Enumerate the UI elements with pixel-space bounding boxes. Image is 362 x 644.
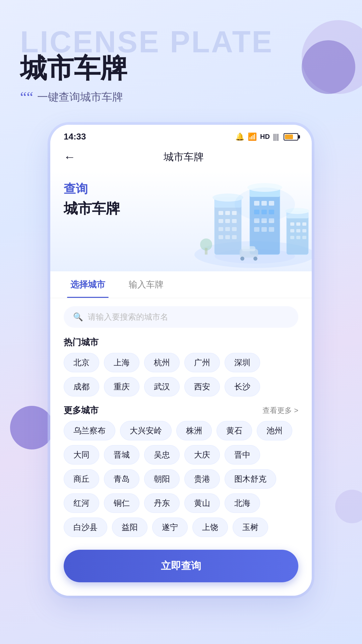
tabs-container: 选择城市 输入车牌 xyxy=(50,271,312,298)
more-city-tag[interactable]: 红河 xyxy=(64,493,99,513)
back-button[interactable]: ← xyxy=(64,150,76,164)
hot-city-tag[interactable]: 西安 xyxy=(184,377,220,396)
more-cities-header: 更多城市 查看更多 > xyxy=(50,401,312,421)
more-cities-link[interactable]: 查看更多 > xyxy=(262,406,298,416)
more-city-tag[interactable]: 遂宁 xyxy=(152,518,188,537)
more-cities-grid: 乌兰察布大兴安岭株洲黄石池州大同晋城吴忠大庆晋中商丘青岛朝阳贵港图木舒克红河铜仁… xyxy=(50,421,312,542)
svg-rect-45 xyxy=(242,246,255,251)
search-bar[interactable]: 🔍 请输入要搜索的城市名 xyxy=(64,306,298,328)
status-time: 14:33 xyxy=(64,131,86,142)
more-cities-title: 更多城市 xyxy=(64,405,99,416)
more-city-tag[interactable]: 黄山 xyxy=(184,493,220,513)
more-city-tag[interactable]: 乌兰察布 xyxy=(64,421,115,440)
phone-mockup: 14:33 🔔 📶 HD ||| ← 城市车牌 查询 城市车牌 xyxy=(50,125,312,596)
svg-rect-8 xyxy=(225,219,230,223)
status-bar: 14:33 🔔 📶 HD ||| xyxy=(50,125,312,145)
more-city-tag[interactable]: 株洲 xyxy=(176,421,212,440)
page-title: 城市车牌 xyxy=(20,54,342,83)
svg-rect-4 xyxy=(219,211,223,215)
status-icons: 🔔 📶 HD ||| xyxy=(235,132,298,141)
page-header: 城市车牌 ““ 一键查询城市车牌 xyxy=(0,0,362,105)
more-city-tag[interactable]: 大庆 xyxy=(184,445,220,465)
nav-bar: ← 城市车牌 xyxy=(50,145,312,171)
more-city-tag[interactable]: 黄石 xyxy=(217,421,252,440)
more-city-tag[interactable]: 白沙县 xyxy=(64,518,107,537)
hot-city-tag[interactable]: 广州 xyxy=(184,353,220,372)
hot-city-tag[interactable]: 武汉 xyxy=(144,377,180,396)
svg-rect-13 xyxy=(219,235,223,239)
svg-rect-15 xyxy=(232,235,237,239)
hot-city-tag[interactable]: 北京 xyxy=(64,353,99,372)
svg-rect-36 xyxy=(302,222,306,226)
svg-rect-34 xyxy=(290,222,294,226)
more-city-tag[interactable]: 商丘 xyxy=(64,469,99,489)
svg-rect-14 xyxy=(225,235,230,239)
svg-rect-39 xyxy=(302,229,306,232)
more-city-tag[interactable]: 大兴安岭 xyxy=(120,421,172,440)
svg-rect-42 xyxy=(302,236,306,239)
svg-rect-40 xyxy=(290,236,294,239)
tab-select-city[interactable]: 选择城市 xyxy=(64,271,112,298)
tab-enter-plate[interactable]: 输入车牌 xyxy=(122,271,170,298)
svg-rect-9 xyxy=(232,219,237,223)
mute-icon: 🔔 xyxy=(235,132,244,141)
more-city-tag[interactable]: 铜仁 xyxy=(104,493,139,513)
svg-point-50 xyxy=(235,187,295,221)
hot-city-tag[interactable]: 重庆 xyxy=(104,377,139,396)
hot-city-tag[interactable]: 深圳 xyxy=(225,353,260,372)
signal-icon: ||| xyxy=(273,132,279,141)
more-city-tag[interactable]: 益阳 xyxy=(112,518,147,537)
svg-rect-10 xyxy=(219,227,223,231)
search-icon: 🔍 xyxy=(73,312,83,322)
quote-icon: ““ xyxy=(20,90,33,105)
more-city-tag[interactable]: 图木舒克 xyxy=(225,469,276,489)
svg-rect-35 xyxy=(296,222,300,226)
svg-rect-38 xyxy=(296,229,300,232)
subtitle-text: 一键查询城市车牌 xyxy=(37,90,123,105)
more-city-tag[interactable]: 贵港 xyxy=(184,469,220,489)
bg-decoration-circle-4 xyxy=(335,490,362,523)
svg-rect-29 xyxy=(261,227,267,232)
svg-rect-5 xyxy=(225,211,230,215)
bg-decoration-circle-3 xyxy=(10,406,54,449)
wifi-icon: 📶 xyxy=(248,132,257,141)
hot-city-tag[interactable]: 长沙 xyxy=(225,377,260,396)
city-illustration xyxy=(188,171,312,271)
more-city-tag[interactable]: 池州 xyxy=(257,421,292,440)
svg-point-47 xyxy=(253,257,257,261)
more-city-tag[interactable]: 晋中 xyxy=(225,445,260,465)
svg-rect-30 xyxy=(269,227,274,232)
hot-cities-title: 热门城市 xyxy=(50,333,312,353)
hd-label: HD xyxy=(260,133,270,141)
svg-rect-37 xyxy=(290,229,294,232)
content-card: 选择城市 输入车牌 🔍 请输入要搜索的城市名 热门城市 北京上海杭州广州深圳成都… xyxy=(50,271,312,596)
battery-fill xyxy=(285,135,293,139)
svg-rect-11 xyxy=(225,227,230,231)
svg-rect-7 xyxy=(219,219,223,223)
svg-rect-12 xyxy=(232,227,237,231)
svg-rect-41 xyxy=(296,236,300,239)
svg-rect-6 xyxy=(232,211,237,215)
nav-title: 城市车牌 xyxy=(89,150,298,164)
page-subtitle: ““ 一键查询城市车牌 xyxy=(20,90,342,105)
more-city-tag[interactable]: 朝阳 xyxy=(144,469,180,489)
hot-city-tag[interactable]: 杭州 xyxy=(144,353,180,372)
hot-city-tag[interactable]: 上海 xyxy=(104,353,139,372)
more-city-tag[interactable]: 大同 xyxy=(64,445,99,465)
hot-cities-grid: 北京上海杭州广州深圳成都重庆武汉西安长沙 xyxy=(50,353,312,401)
more-city-tag[interactable]: 丹东 xyxy=(144,493,180,513)
svg-point-46 xyxy=(240,257,244,261)
search-placeholder-text: 请输入要搜索的城市名 xyxy=(88,312,168,322)
hot-city-tag[interactable]: 成都 xyxy=(64,377,99,396)
more-city-tag[interactable]: 晋城 xyxy=(104,445,139,465)
more-city-tag[interactable]: 玉树 xyxy=(233,518,268,537)
battery-icon xyxy=(284,133,298,141)
more-city-tag[interactable]: 上饶 xyxy=(192,518,228,537)
svg-rect-28 xyxy=(254,227,259,232)
more-city-tag[interactable]: 青岛 xyxy=(104,469,139,489)
cta-button[interactable]: 立即查询 xyxy=(64,550,298,582)
svg-rect-49 xyxy=(205,248,207,255)
hero-section: 查询 城市车牌 xyxy=(50,171,312,271)
more-city-tag[interactable]: 北海 xyxy=(225,493,260,513)
more-city-tag[interactable]: 吴忠 xyxy=(144,445,180,465)
